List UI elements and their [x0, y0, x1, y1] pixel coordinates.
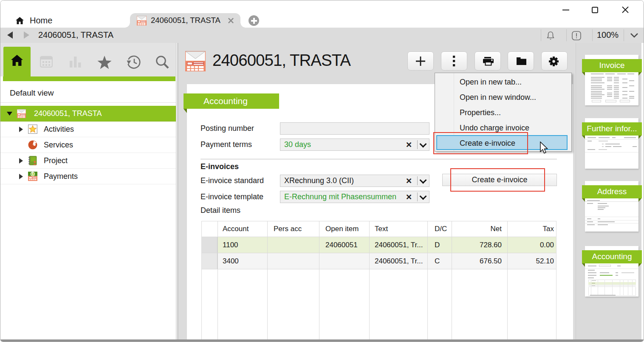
- svg-text:$: $: [32, 172, 34, 176]
